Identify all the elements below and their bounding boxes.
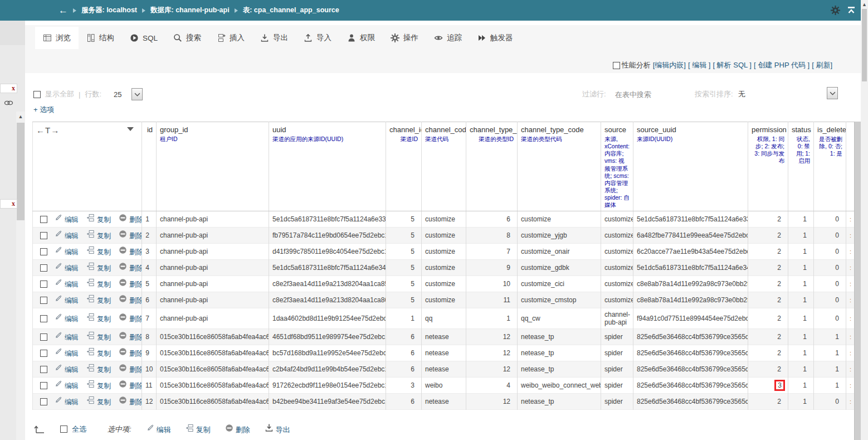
tab-browse[interactable]: 浏览 bbox=[35, 27, 79, 49]
row-checkbox[interactable] bbox=[40, 216, 47, 223]
row-edit-link[interactable]: 编辑 bbox=[54, 281, 79, 288]
row-delete-link[interactable]: 删除 bbox=[119, 281, 142, 288]
row-checkbox[interactable] bbox=[40, 350, 47, 357]
row-edit-link[interactable]: 编辑 bbox=[54, 232, 79, 240]
row-delete-link[interactable]: 删除 bbox=[119, 398, 142, 406]
col-name-source[interactable]: source bbox=[604, 125, 630, 134]
scrollbar-thumb[interactable] bbox=[17, 123, 25, 220]
col-name-permission[interactable]: permission bbox=[752, 125, 784, 134]
row-delete-link[interactable]: 删除 bbox=[119, 297, 142, 304]
row-copy-link[interactable]: 复制 bbox=[86, 398, 111, 406]
query-action-link[interactable]: [ 创建 PHP 代码 ] bbox=[754, 61, 810, 69]
row-copy-link[interactable]: 复制 bbox=[86, 216, 111, 224]
row-copy-link[interactable]: 复制 bbox=[86, 281, 111, 288]
row-delete-link[interactable]: 删除 bbox=[119, 333, 142, 341]
sort-by-key-value[interactable]: 无 bbox=[738, 89, 745, 99]
row-delete-link[interactable]: 删除 bbox=[119, 232, 142, 240]
tab-search[interactable]: 搜索 bbox=[165, 27, 209, 49]
row-edit-link[interactable]: 编辑 bbox=[54, 264, 79, 272]
col-name-id[interactable]: id bbox=[145, 125, 153, 134]
row-delete-link[interactable]: 删除 bbox=[119, 315, 142, 323]
row-edit-link[interactable]: 编辑 bbox=[54, 248, 79, 256]
tab-privileges[interactable]: 权限 bbox=[339, 27, 383, 49]
rows-per-page-value[interactable]: 25 bbox=[114, 90, 121, 99]
collapse-to-top-icon[interactable] bbox=[847, 6, 856, 14]
row-copy-link[interactable]: 复制 bbox=[86, 366, 111, 374]
rows-per-page-select[interactable] bbox=[131, 88, 143, 100]
row-copy-link[interactable]: 复制 bbox=[86, 248, 111, 256]
col-name-channel_code[interactable]: channel_code bbox=[425, 125, 462, 134]
scrollbar-thumb[interactable] bbox=[862, 9, 867, 81]
link-chain-icon[interactable] bbox=[4, 100, 13, 106]
tab-export[interactable]: 导出 bbox=[252, 27, 296, 49]
query-action-link[interactable]: [ 刷新] bbox=[812, 61, 832, 69]
footer-copy-link[interactable]: 复制 bbox=[186, 426, 211, 434]
check-all-label[interactable]: 全选 bbox=[72, 424, 86, 434]
row-checkbox[interactable] bbox=[40, 281, 47, 288]
tab-operations[interactable]: 操作 bbox=[383, 27, 426, 49]
tab-triggers[interactable]: 触发器 bbox=[470, 27, 521, 49]
tab-sql[interactable]: SQL bbox=[122, 27, 165, 49]
back-arrow-icon[interactable]: ← bbox=[58, 6, 68, 15]
row-edit-link[interactable]: 编辑 bbox=[54, 315, 79, 323]
row-checkbox[interactable] bbox=[40, 333, 47, 341]
settings-gear-icon[interactable] bbox=[831, 6, 840, 15]
row-checkbox[interactable] bbox=[40, 315, 47, 322]
query-action-link[interactable]: [编辑内嵌] bbox=[653, 61, 686, 69]
options-toggle[interactable]: + 选项 bbox=[33, 105, 54, 115]
tab-structure[interactable]: 结构 bbox=[79, 27, 122, 49]
footer-delete-link[interactable]: 删除 bbox=[225, 426, 250, 434]
breadcrumb-item[interactable]: 服务器: localhost bbox=[81, 6, 137, 15]
row-edit-link[interactable]: 编辑 bbox=[54, 382, 79, 390]
row-checkbox[interactable] bbox=[40, 264, 47, 272]
row-copy-link[interactable]: 复制 bbox=[86, 350, 111, 357]
breadcrumb-item[interactable]: 数据库: channel-pub-api bbox=[150, 6, 230, 15]
row-checkbox[interactable] bbox=[40, 366, 47, 373]
row-edit-link[interactable]: 编辑 bbox=[54, 350, 79, 357]
show-all-label[interactable]: 显示全部 bbox=[45, 89, 74, 99]
col-name-channel_type_id[interactable]: channel_type_id bbox=[470, 125, 514, 134]
row-edit-link[interactable]: 编辑 bbox=[54, 398, 79, 406]
col-name-uuid[interactable]: uuid bbox=[272, 125, 382, 134]
breadcrumb-item[interactable]: 表: cpa_channel_app_source bbox=[243, 6, 339, 15]
row-copy-link[interactable]: 复制 bbox=[86, 232, 111, 240]
row-delete-link[interactable]: 删除 bbox=[119, 264, 142, 272]
footer-edit-link[interactable]: 编辑 bbox=[146, 426, 171, 434]
row-copy-link[interactable]: 复制 bbox=[86, 297, 111, 304]
column-move-controls[interactable]: ←T→ bbox=[36, 125, 60, 135]
row-delete-link[interactable]: 删除 bbox=[119, 382, 142, 390]
row-copy-link[interactable]: 复制 bbox=[86, 382, 111, 390]
tab-tracking[interactable]: 追踪 bbox=[426, 27, 470, 49]
header-dropdown-caret-icon[interactable] bbox=[127, 127, 134, 131]
row-checkbox[interactable] bbox=[40, 382, 47, 389]
tab-import[interactable]: 导入 bbox=[296, 27, 339, 49]
row-edit-link[interactable]: 编辑 bbox=[54, 297, 79, 304]
col-name-group_id[interactable]: group_id bbox=[160, 125, 265, 134]
row-checkbox[interactable] bbox=[40, 232, 47, 239]
col-name-channel_type_code[interactable]: channel_type_code bbox=[521, 125, 597, 134]
row-copy-link[interactable]: 复制 bbox=[86, 333, 111, 341]
scroll-up-arrow-icon[interactable]: ▲ bbox=[16, 112, 25, 119]
query-action-link[interactable]: [ 解析 SQL ] bbox=[713, 61, 752, 69]
row-edit-link[interactable]: 编辑 bbox=[54, 216, 79, 224]
row-delete-link[interactable]: 删除 bbox=[119, 366, 142, 374]
tab-insert[interactable]: 插入 bbox=[209, 27, 252, 49]
col-name-source_uuid[interactable]: source_uuid bbox=[637, 125, 744, 134]
col-name-is_deleted[interactable]: is_deleted bbox=[817, 125, 842, 134]
profiling-checkbox[interactable] bbox=[613, 62, 620, 69]
query-action-link[interactable]: [ 编辑 ] bbox=[688, 61, 710, 69]
row-delete-link[interactable]: 删除 bbox=[119, 248, 142, 256]
browser-scrollbar[interactable]: ▲ bbox=[861, 0, 868, 440]
left-panel-scrollbar[interactable]: ▲ bbox=[16, 112, 25, 440]
col-name-status[interactable]: status bbox=[792, 125, 810, 134]
row-checkbox[interactable] bbox=[40, 297, 47, 304]
row-delete-link[interactable]: 删除 bbox=[119, 350, 142, 357]
row-copy-link[interactable]: 复制 bbox=[86, 315, 111, 323]
row-checkbox[interactable] bbox=[40, 248, 47, 255]
scroll-up-arrow-icon[interactable]: ▲ bbox=[861, 0, 868, 8]
row-copy-link[interactable]: 复制 bbox=[86, 264, 111, 272]
show-all-checkbox[interactable] bbox=[33, 91, 41, 98]
row-edit-link[interactable]: 编辑 bbox=[54, 366, 79, 374]
row-delete-link[interactable]: 删除 bbox=[119, 216, 142, 224]
row-edit-link[interactable]: 编辑 bbox=[54, 333, 79, 341]
